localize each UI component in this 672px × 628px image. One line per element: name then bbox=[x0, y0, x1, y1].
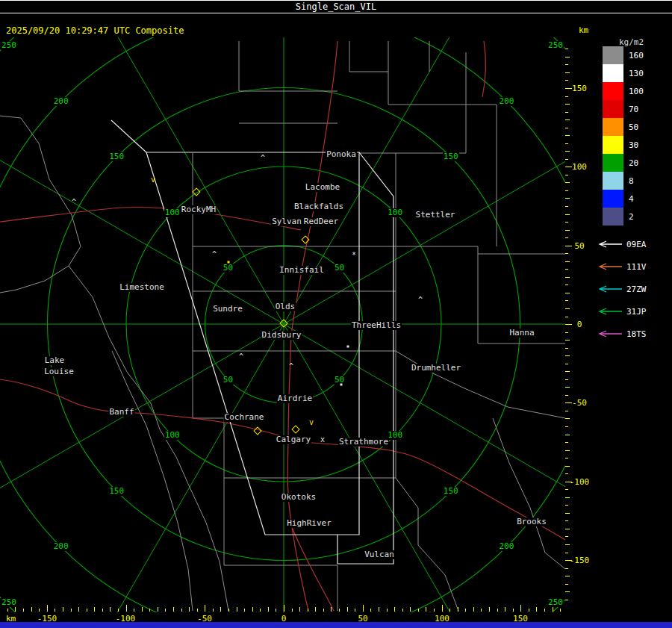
town-label: Calgary bbox=[276, 435, 311, 444]
axis-tick bbox=[276, 609, 276, 612]
town-marker-vee: v bbox=[151, 176, 155, 184]
legend-entry: 160 bbox=[592, 46, 672, 64]
axis-tick bbox=[565, 332, 568, 333]
legend-value: 130 bbox=[629, 69, 644, 78]
axis-tick bbox=[23, 609, 24, 612]
axis-tick bbox=[299, 607, 300, 612]
legend-swatch bbox=[603, 172, 623, 190]
axis-tick bbox=[165, 609, 166, 612]
axis-tick bbox=[565, 505, 568, 506]
axis-tick bbox=[473, 607, 474, 612]
town-label: Okotoks bbox=[281, 493, 317, 502]
axis-tick bbox=[565, 112, 568, 113]
axis-tick bbox=[565, 568, 568, 569]
axis-tick bbox=[426, 607, 426, 612]
radar-map[interactable]: 5050505010010010010015015015015020020020… bbox=[0, 37, 565, 612]
range-ring-label: 150 bbox=[443, 152, 459, 161]
axis-tick bbox=[565, 119, 570, 120]
legend-swatch bbox=[603, 136, 623, 154]
axis-tick bbox=[553, 607, 553, 612]
axis-tick bbox=[55, 609, 55, 612]
town-label: Sylvan bbox=[271, 217, 302, 226]
axis-tick bbox=[565, 450, 570, 451]
axis-tick bbox=[134, 609, 134, 612]
legend-value: 70 bbox=[629, 105, 638, 114]
axis-tick bbox=[565, 143, 568, 144]
radar-site-id: 18TS bbox=[626, 329, 647, 339]
axis-tick bbox=[149, 609, 150, 612]
axis-tick bbox=[565, 536, 568, 537]
axis-tick bbox=[536, 607, 537, 612]
axis-tick bbox=[237, 607, 237, 612]
radar-site: 111V bbox=[592, 255, 672, 278]
town-label: Lacombe bbox=[305, 183, 340, 192]
axis-tick bbox=[565, 576, 570, 576]
legend-entry: 8 bbox=[592, 172, 672, 190]
legend-swatch bbox=[603, 118, 623, 136]
axis-tick bbox=[565, 402, 572, 403]
axis-tick bbox=[189, 607, 190, 612]
legend-entry: 30 bbox=[592, 136, 672, 154]
axis-tick bbox=[158, 607, 158, 612]
axis-tick bbox=[418, 609, 419, 612]
axis-tick bbox=[394, 607, 395, 612]
axis-tick bbox=[370, 609, 371, 612]
town-label: Ponoka bbox=[326, 150, 357, 159]
axis-tick bbox=[565, 300, 568, 301]
axis-tick bbox=[260, 609, 261, 612]
axis-tick bbox=[363, 605, 364, 612]
axis-tick bbox=[284, 605, 284, 612]
legend-swatch bbox=[603, 46, 623, 64]
range-ring-label: 100 bbox=[164, 208, 181, 217]
window-title: Single_Scan_VIL bbox=[296, 1, 376, 12]
axis-tick bbox=[347, 607, 348, 612]
legend-value: 2 bbox=[629, 212, 634, 222]
town-marker-dot bbox=[228, 261, 230, 264]
town-label: Vulcan bbox=[364, 550, 395, 559]
axis-tick bbox=[268, 607, 269, 612]
axis-tick bbox=[387, 609, 388, 612]
axis-tick bbox=[465, 609, 466, 612]
axis-tick bbox=[228, 609, 229, 612]
right-axis-tick-label: -100 bbox=[570, 477, 590, 487]
axis-tick bbox=[94, 607, 95, 612]
right-axis-tick-label: 0 bbox=[577, 320, 582, 329]
axis-tick bbox=[505, 607, 505, 612]
scan-timestamp: 2025/09/20 10:29:47 UTC Composite bbox=[6, 25, 184, 36]
axis-tick bbox=[565, 104, 570, 105]
range-ring-label: 250 bbox=[547, 41, 564, 50]
axis-tick bbox=[15, 607, 16, 612]
legend-value: 8 bbox=[629, 176, 634, 186]
axis-tick bbox=[565, 324, 572, 325]
axis-tick bbox=[529, 609, 529, 612]
range-ring-label: 200 bbox=[53, 542, 69, 551]
axis-tick bbox=[308, 609, 308, 612]
axis-tick bbox=[565, 553, 568, 553]
axis-tick bbox=[292, 609, 293, 612]
axis-tick bbox=[565, 277, 570, 278]
town-marker-diamond bbox=[279, 319, 287, 327]
legend-entry: 4 bbox=[592, 190, 672, 208]
legend-value: 50 bbox=[629, 122, 638, 132]
axis-tick bbox=[252, 607, 253, 612]
axis-tick bbox=[323, 609, 324, 612]
axis-tick bbox=[379, 607, 379, 612]
axis-tick bbox=[142, 607, 143, 612]
axis-tick bbox=[565, 96, 568, 97]
axis-tick bbox=[565, 379, 568, 380]
axis-tick bbox=[497, 609, 498, 612]
axis-tick bbox=[63, 607, 63, 612]
range-ring-label: 200 bbox=[498, 542, 514, 551]
axis-tick bbox=[565, 497, 570, 498]
town-marker-caret: ^ bbox=[212, 251, 217, 258]
axis-tick bbox=[565, 544, 570, 545]
axis-tick bbox=[47, 605, 48, 612]
axis-tick bbox=[565, 198, 570, 199]
town-marker-caret: ^ bbox=[239, 353, 243, 361]
town-marker-caret: ^ bbox=[289, 363, 293, 370]
axis-tick bbox=[565, 285, 568, 285]
axis-tick bbox=[544, 609, 545, 612]
axis-tick bbox=[339, 609, 340, 612]
legend-swatch bbox=[603, 82, 623, 100]
axis-tick bbox=[565, 371, 570, 372]
